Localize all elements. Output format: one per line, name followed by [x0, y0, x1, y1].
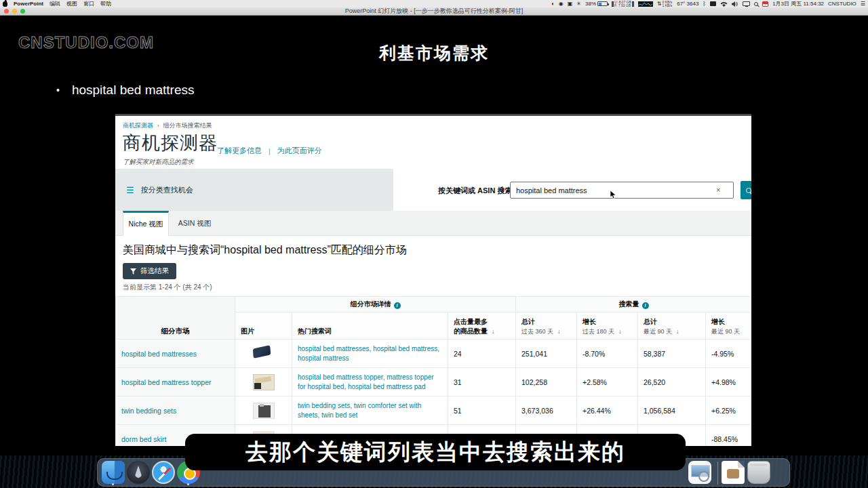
- spotlight-search-icon[interactable]: [754, 2, 758, 6]
- total-90: 58,387: [638, 340, 706, 368]
- safari-dock-icon[interactable]: [152, 461, 175, 484]
- group-header-search-volume: 搜索量i: [516, 297, 751, 312]
- sort-down-icon[interactable]: ↓: [676, 328, 679, 335]
- info-icon[interactable]: i: [394, 302, 401, 309]
- preview-dock-icon[interactable]: [688, 461, 711, 484]
- info-icon[interactable]: i: [642, 302, 649, 309]
- search-area: 按关键词或 ASIN 搜索 ×: [393, 169, 751, 211]
- bluetooth-icon[interactable]: ᛒ: [703, 1, 706, 7]
- growth-90: -88.45%: [706, 425, 751, 447]
- apple-menu-icon[interactable]: [3, 1, 7, 7]
- niche-link[interactable]: hospital bed mattresses: [121, 350, 197, 358]
- column-header-image: 图片: [235, 312, 292, 340]
- dock-separator: [717, 462, 718, 485]
- keywords-link[interactable]: twin bedding sets, twin comforter set wi…: [298, 401, 442, 420]
- column-header-growth-180[interactable]: 增长 过去 180 天↓: [577, 312, 638, 340]
- macos-menubar: PowerPoint 编辑 视图 窗口 帮助 ◐ ◉ ▣ ✳ 38% U: 8.…: [0, 0, 868, 7]
- battery-status[interactable]: 38%: [585, 1, 608, 7]
- battery-percent: 38%: [585, 1, 596, 7]
- cpu-graph-icon[interactable]: [638, 1, 653, 7]
- running-app-dot: [112, 483, 114, 485]
- memory-free: F: 7.93 GB: [614, 4, 631, 7]
- clear-search-icon[interactable]: ×: [716, 186, 720, 194]
- keyboard-icon[interactable]: [710, 1, 716, 6]
- menubar-clock[interactable]: 1月3日 周五 11:54:32: [772, 0, 824, 7]
- column-header-total-90[interactable]: 总计 最近 90 天↓: [638, 312, 706, 340]
- bullet-text: hospital bed mattress: [72, 83, 195, 98]
- column-header-niche[interactable]: 细分市场: [116, 297, 235, 340]
- menubar-app-name[interactable]: PowerPoint: [14, 1, 43, 7]
- trash-dock-icon[interactable]: [747, 461, 770, 484]
- niche-link[interactable]: hospital bed mattress topper: [121, 378, 212, 386]
- sort-down-icon[interactable]: ↓: [492, 328, 495, 335]
- flower-icon[interactable]: ✳: [576, 1, 581, 7]
- downloads-dock-icon[interactable]: [722, 461, 745, 484]
- group-header-details: 细分市场详情i: [235, 297, 516, 312]
- column-header-growth-90[interactable]: 增长 最近 90 天: [706, 312, 751, 340]
- learn-more-link[interactable]: 了解更多信息: [217, 146, 262, 156]
- tab-asin-view[interactable]: ASIN 视图: [170, 211, 220, 236]
- page-title-links: 了解更多信息 | 为此页面评分: [217, 146, 322, 156]
- memory-widget[interactable]: U: 8.07 GB F: 7.93 GB: [612, 1, 634, 7]
- keywords-link[interactable]: hospital bed mattresses, hospital bed ma…: [298, 344, 442, 363]
- warning-icon[interactable]: ▣: [568, 1, 573, 7]
- niche-link[interactable]: twin bedding sets: [121, 407, 176, 415]
- mouse-cursor: [610, 190, 616, 199]
- running-app-dot: [187, 483, 189, 485]
- results-heading: 美国商城中与搜索词“hospital bed mattress”匹配的细分市场: [123, 243, 407, 258]
- page-subtitle: 了解买家对新商品的需求: [123, 158, 194, 167]
- rate-page-link[interactable]: 为此页面评分: [277, 146, 322, 156]
- top-clicked-count: 31: [448, 368, 516, 396]
- breadcrumb-home-link[interactable]: 商机探测器: [123, 121, 153, 130]
- column-header-total-360[interactable]: 总计 过去 360 天↓: [516, 312, 577, 340]
- page-title: 商机探测器: [123, 131, 218, 155]
- eye-icon[interactable]: ◉: [559, 1, 564, 7]
- sort-down-icon[interactable]: ↓: [618, 328, 622, 335]
- memory-bar-icon2: [632, 1, 634, 7]
- launchpad-dock-icon[interactable]: [127, 461, 150, 484]
- menu-view[interactable]: 视图: [66, 0, 77, 7]
- menubar-account[interactable]: CNSTUDIO: [828, 1, 856, 7]
- search-label: 按关键词或 ASIN 搜索: [438, 186, 512, 196]
- menu-window[interactable]: 窗口: [83, 0, 94, 7]
- keywords-link[interactable]: hospital bed mattress topper, mattress t…: [298, 373, 442, 391]
- finder-dock-icon[interactable]: [102, 461, 125, 484]
- total-360: 251,041: [516, 340, 577, 368]
- temp-fan-widget[interactable]: 67° 3643: [677, 1, 698, 7]
- video-subtitle-overlay: 去那个关键词列表当中去搜索出来的: [185, 434, 686, 470]
- view-tabstrip: Niche 视图 ASIN 视图: [115, 211, 751, 236]
- column-header-keywords: 热门搜索词: [292, 312, 448, 340]
- list-menu-icon[interactable]: ☰: [861, 1, 865, 7]
- niche-thumbnail: [253, 374, 275, 390]
- total-360: 3,673,036: [516, 396, 577, 425]
- niche-link[interactable]: dorm bed skirt: [121, 435, 167, 443]
- search-input[interactable]: [510, 182, 734, 199]
- browse-categories-panel[interactable]: ☰ 按分类查找机会: [115, 169, 393, 211]
- niche-thumbnail: [253, 403, 275, 419]
- growth-180: +2.58%: [577, 368, 638, 396]
- window-title: PowerPoint 幻灯片放映 - [一步一步教你选品可行性分析案例-阿甘]: [0, 7, 868, 16]
- total-360: 102,258: [516, 368, 577, 396]
- network-widget[interactable]: ⇅ 0 KB/s 1 KB/s: [657, 1, 673, 7]
- table-row: hospital bed mattresses hospital bed mat…: [116, 340, 752, 368]
- calendar-icon[interactable]: 3: [762, 1, 768, 7]
- column-header-top-clicked[interactable]: 点击量最多 的商品数量↓: [448, 312, 516, 340]
- filter-results-button[interactable]: 筛选结果: [123, 263, 176, 279]
- table-row: twin bedding sets twin bedding sets, twi…: [116, 396, 752, 425]
- powerpoint-slide: CNSTUDIO.COM 利基市场需求 • hospital bed mattr…: [0, 16, 868, 455]
- wifi-icon[interactable]: [720, 1, 728, 7]
- top-clicked-count: 51: [448, 396, 516, 425]
- airplay-display-icon[interactable]: [743, 1, 750, 6]
- window-titlebar: PowerPoint 幻灯片放映 - [一步一步教你选品可行性分析案例-阿甘]: [0, 7, 868, 16]
- tab-niche-view[interactable]: Niche 视图: [123, 211, 169, 236]
- growth-180: -8.70%: [577, 340, 638, 368]
- sort-down-icon[interactable]: ↓: [557, 328, 561, 335]
- top-clicked-count: 24: [448, 340, 516, 368]
- growth-180: +26.44%: [577, 396, 638, 425]
- slide-bullet: • hospital bed mattress: [56, 83, 195, 98]
- status-circle-icon[interactable]: ◐: [551, 1, 555, 7]
- menu-help[interactable]: 帮助: [100, 0, 111, 7]
- volume-icon[interactable]: [732, 1, 738, 7]
- menu-edit[interactable]: 编辑: [50, 0, 60, 7]
- search-button[interactable]: [741, 181, 751, 199]
